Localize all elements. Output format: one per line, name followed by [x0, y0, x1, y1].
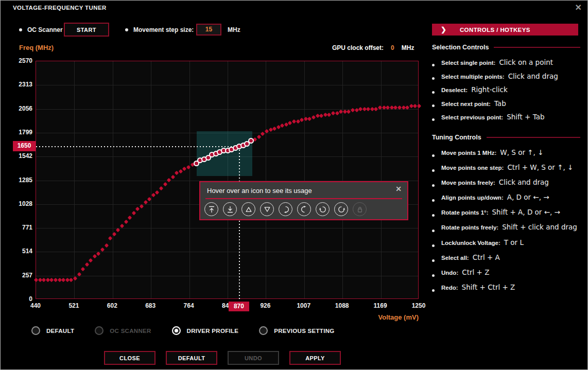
cursor-horizontal-line: [36, 146, 239, 147]
x-tick-label: 764: [176, 302, 202, 309]
hotkey-item: Rotate points 1°:Shift + A, D or ←, →: [432, 208, 580, 223]
hotkey-item: Move points one step:Ctrl + W, S or ↑, ↓: [432, 163, 580, 178]
section-underline: [487, 137, 580, 138]
rotate-left-icon[interactable]: [334, 202, 348, 216]
hotkey-keys: Tab: [494, 99, 506, 108]
curve-point-selected[interactable]: [248, 138, 254, 144]
curve-point[interactable]: [151, 193, 155, 197]
curve-point[interactable]: [417, 104, 421, 108]
bullet-icon: [432, 199, 435, 202]
curve-point[interactable]: [73, 276, 77, 280]
radio-default[interactable]: DEFAULT: [31, 326, 74, 335]
curve-point[interactable]: [124, 219, 128, 223]
curve-point[interactable]: [155, 190, 159, 195]
y-tick-label: 257: [4, 272, 32, 279]
curve-point[interactable]: [132, 211, 136, 215]
bullet-icon: [432, 64, 435, 66]
hotkey-item: Select next point:Tab: [432, 99, 580, 113]
controls-hotkeys-header[interactable]: ❯ CONTROLS / HOTKEYS: [432, 24, 578, 36]
hotkey-list: Select single point:Click on a pointSele…: [432, 58, 580, 127]
curve-point[interactable]: [81, 267, 85, 271]
curve-point[interactable]: [108, 236, 112, 240]
bullet-icon: [432, 289, 435, 292]
hotkey-label: Rotate points 1°:: [441, 209, 489, 216]
curve-point[interactable]: [84, 262, 89, 267]
curve-point[interactable]: [54, 278, 58, 282]
align-top-icon[interactable]: [204, 202, 218, 216]
align-bottom-icon[interactable]: [223, 202, 237, 216]
move-up-icon[interactable]: [241, 202, 255, 216]
y-tick-label: 2056: [4, 105, 32, 112]
curve-point[interactable]: [186, 165, 191, 169]
oc-scanner-start-button[interactable]: START: [64, 23, 109, 37]
bullet-icon: [432, 154, 435, 157]
tool-palette-close-icon[interactable]: ✕: [395, 185, 402, 193]
curve-point[interactable]: [34, 278, 38, 282]
radio-oc-scanner: OC SCANNER: [95, 326, 151, 335]
hotkey-item: Select multiple points:Click and drag: [432, 72, 580, 86]
x-axis-title: Voltage (mV): [316, 313, 419, 321]
hotkey-keys: T or L: [504, 238, 524, 246]
radio-driver-profile[interactable]: DRIVER PROFILE: [172, 326, 239, 335]
radio-previous-setting[interactable]: PREVIOUS SETTING: [259, 326, 334, 335]
undo-button: UNDO: [228, 351, 279, 365]
section-title: Selection Controls: [432, 44, 580, 51]
curve-point[interactable]: [93, 254, 97, 258]
hotkey-keys: Shift + click and drag: [502, 223, 577, 231]
hotkeys-panel: Selection ControlsSelect single point:Cl…: [432, 44, 580, 298]
hotkey-keys: Click and drag: [508, 72, 558, 80]
y-tick-label: 1799: [4, 129, 32, 136]
curve-point[interactable]: [104, 243, 108, 247]
bullet-icon: [432, 274, 435, 277]
x-tick-label: 683: [137, 302, 163, 309]
hotkey-keys: Shift + Ctrl + Z: [462, 283, 515, 291]
bullet-icon: [432, 184, 435, 187]
curve-point[interactable]: [120, 224, 124, 228]
hotkey-item: Select previous point:Shift + Tab: [432, 113, 580, 127]
hotkey-keys: Shift + A, D or ←, →: [492, 208, 560, 216]
gridline: [36, 85, 418, 85]
rotate-right-icon[interactable]: [316, 202, 330, 216]
rotate-left-step-icon[interactable]: [297, 202, 311, 216]
apply-button[interactable]: APPLY: [289, 351, 341, 365]
hotkey-item: Move points freely:Click and drag: [432, 178, 580, 193]
hotkey-label: Lock/unlock Voltage:: [441, 240, 500, 246]
hotkey-label: Select single point:: [441, 60, 495, 66]
bullet-icon: [432, 244, 435, 247]
y-tick-label: 1028: [4, 200, 32, 207]
hotkey-label: Rotate points freely:: [441, 224, 498, 231]
default-button[interactable]: DEFAULT: [166, 351, 217, 365]
curve-point[interactable]: [143, 200, 147, 204]
hotkey-label: Redo:: [441, 285, 458, 291]
curve-point[interactable]: [100, 247, 105, 251]
rotate-right-step-icon[interactable]: [279, 202, 292, 216]
radio-circle-icon: [95, 326, 103, 335]
curve-point[interactable]: [170, 175, 175, 179]
hotkey-item: Undo:Ctrl + Z: [432, 268, 580, 283]
curve-point[interactable]: [256, 135, 261, 139]
curve-point[interactable]: [167, 178, 171, 182]
curve-point[interactable]: [135, 207, 140, 211]
curve-point[interactable]: [89, 258, 93, 262]
section-underline: [494, 47, 580, 48]
bullet-icon: [432, 259, 435, 262]
curve-point[interactable]: [163, 182, 167, 186]
x-tick-label: 1250: [406, 302, 431, 309]
oc-scanner-bullet-icon: [19, 28, 22, 31]
curve-point[interactable]: [159, 186, 163, 190]
move-down-icon[interactable]: [260, 202, 274, 216]
hotkey-keys: Click on a point: [499, 58, 553, 66]
curve-point[interactable]: [128, 215, 132, 219]
vf-curve-chart[interactable]: [36, 61, 419, 299]
hotkey-label: Move points 1 MHz:: [441, 150, 496, 156]
step-size-input[interactable]: 15: [196, 24, 221, 36]
hotkey-label: Select multiple points:: [441, 74, 505, 80]
step-size-unit: MHz: [228, 26, 240, 33]
controls-hotkeys-title: CONTROLS / HOTKEYS: [460, 27, 530, 33]
y-tick-label: 771: [4, 224, 32, 231]
curve-point[interactable]: [140, 204, 144, 208]
window-close-icon[interactable]: ✕: [575, 3, 582, 12]
close-button[interactable]: CLOSE: [104, 351, 155, 365]
curve-point[interactable]: [179, 169, 183, 173]
bullet-icon: [432, 118, 435, 121]
